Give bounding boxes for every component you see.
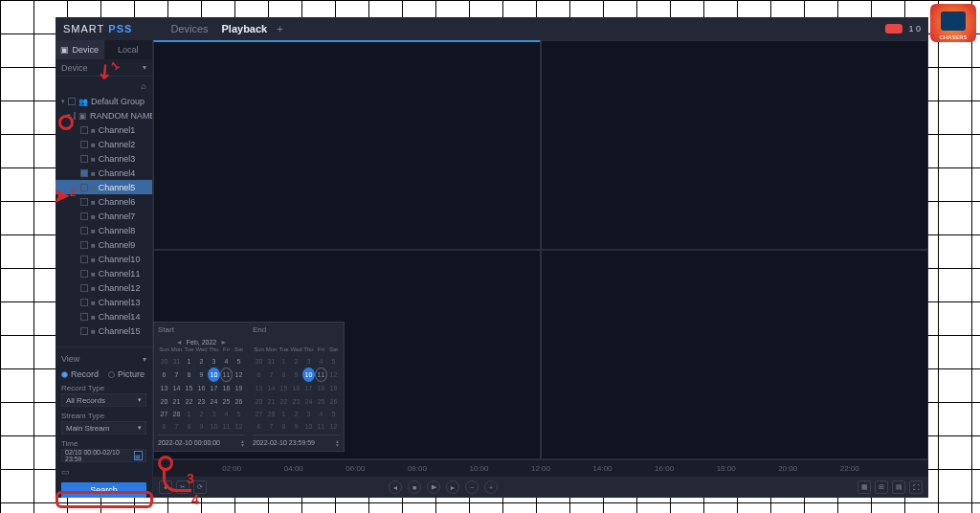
cal-day[interactable]: 28: [170, 408, 183, 420]
tree-channel[interactable]: Channel13: [56, 295, 152, 309]
tree-channel[interactable]: Channel3: [56, 151, 152, 166]
cal-day[interactable]: 20: [158, 394, 170, 407]
cal-day[interactable]: 22: [278, 394, 290, 407]
cal-day[interactable]: 5: [327, 355, 340, 368]
cal-day[interactable]: 26: [327, 394, 340, 407]
cal-day[interactable]: 4: [220, 355, 233, 368]
view-4-icon[interactable]: ⊞: [875, 480, 888, 494]
video-pane-1[interactable]: [153, 40, 541, 250]
cal-day[interactable]: 1: [183, 408, 195, 420]
start-time-input[interactable]: 2022-02-10 00:00:00▲▼: [158, 435, 245, 448]
cal-day[interactable]: 16: [195, 382, 208, 394]
cal-day[interactable]: 4: [220, 408, 233, 420]
cal-day[interactable]: 11: [315, 420, 327, 433]
cal-day[interactable]: 20: [253, 394, 265, 407]
cal-day[interactable]: 12: [233, 420, 245, 433]
slow-button[interactable]: −: [465, 480, 479, 494]
cal-day[interactable]: 25: [220, 394, 233, 407]
cal-day[interactable]: 24: [208, 394, 220, 407]
cal-day[interactable]: 7: [265, 368, 278, 382]
cal-day[interactable]: 3: [302, 408, 315, 420]
cal-day[interactable]: 3: [208, 355, 220, 368]
stream-type-select[interactable]: Main Stream: [61, 421, 146, 435]
cal-day[interactable]: 1: [183, 355, 195, 368]
cal-day[interactable]: 3: [302, 355, 315, 368]
cal-day[interactable]: 24: [302, 394, 315, 407]
cal-day[interactable]: 4: [315, 355, 327, 368]
cal-day[interactable]: 8: [278, 368, 290, 382]
cal-next[interactable]: ►: [220, 339, 227, 346]
cal-day[interactable]: 25: [315, 394, 327, 407]
tree-device[interactable]: ▾RANDOM NAME: [56, 108, 152, 123]
time-range-input[interactable]: 02/10 00:00-02/10 23:59 ▦: [61, 449, 146, 462]
cal-day[interactable]: 7: [170, 420, 183, 433]
cal-prev[interactable]: ◄: [176, 339, 183, 346]
view-1-icon[interactable]: ▦: [858, 480, 871, 494]
device-dropdown[interactable]: Device: [56, 59, 152, 77]
tree-channel[interactable]: Channel1: [56, 123, 152, 137]
view-select[interactable]: View: [61, 351, 146, 367]
search-icon[interactable]: ⌕: [141, 80, 146, 91]
cut-icon[interactable]: ✂: [176, 480, 189, 494]
folder-icon[interactable]: ▭: [61, 467, 70, 477]
tab-devices[interactable]: Devices: [170, 23, 208, 34]
cal-day[interactable]: 2: [195, 408, 208, 420]
cal-day[interactable]: 1: [278, 408, 290, 420]
tree-channel[interactable]: Channel11: [56, 266, 152, 280]
tree-channel[interactable]: Channel2: [56, 137, 152, 151]
cal-day[interactable]: 19: [327, 382, 340, 394]
sync-icon[interactable]: ⟳: [193, 480, 207, 494]
cal-day[interactable]: 26: [233, 394, 245, 407]
tree-channel[interactable]: Channel15: [56, 323, 152, 338]
cal-day[interactable]: 8: [183, 368, 195, 382]
cal-day[interactable]: 7: [265, 420, 278, 433]
tree-channel[interactable]: Channel4: [56, 166, 152, 180]
cal-day[interactable]: 15: [278, 382, 290, 394]
cal-day[interactable]: 9: [195, 420, 208, 433]
side-tab-local[interactable]: Local: [104, 40, 153, 59]
cal-day[interactable]: 10: [302, 368, 315, 382]
prev-frame-button[interactable]: ◄: [389, 480, 402, 494]
tree-channel[interactable]: Channel5: [56, 180, 152, 194]
cal-day[interactable]: 14: [170, 382, 183, 394]
cal-day[interactable]: 21: [170, 394, 183, 407]
cal-day[interactable]: 12: [233, 368, 245, 382]
tree-group[interactable]: ▾Default Group: [56, 94, 152, 108]
cal-day[interactable]: 18: [315, 382, 327, 394]
cal-day[interactable]: 9: [195, 368, 208, 382]
record-type-select[interactable]: All Records: [61, 393, 146, 407]
tree-channel[interactable]: Channel7: [56, 209, 152, 223]
cal-day[interactable]: 30: [253, 355, 265, 368]
add-tab-button[interactable]: +: [277, 23, 282, 34]
next-frame-button[interactable]: ►: [446, 480, 459, 494]
calendar-icon[interactable]: ▦: [134, 451, 143, 460]
tree-channel[interactable]: Channel14: [56, 309, 152, 323]
cal-day[interactable]: 6: [158, 368, 170, 382]
cal-day[interactable]: 10: [302, 420, 315, 433]
tree-channel[interactable]: Channel8: [56, 223, 152, 237]
cal-day[interactable]: 5: [327, 408, 340, 420]
cal-day[interactable]: 10: [208, 420, 220, 433]
cal-day[interactable]: 17: [208, 382, 220, 394]
stop-button[interactable]: ■: [408, 480, 421, 494]
cal-day[interactable]: 16: [290, 382, 302, 394]
cal-day[interactable]: 13: [158, 382, 170, 394]
play-button[interactable]: ▶: [427, 480, 440, 494]
video-pane-2[interactable]: [541, 40, 928, 250]
cal-day[interactable]: 14: [265, 382, 278, 394]
tree-channel[interactable]: Channel9: [56, 237, 152, 252]
cal-day[interactable]: 12: [327, 368, 340, 382]
cal-day[interactable]: 12: [327, 420, 340, 433]
fast-button[interactable]: +: [484, 480, 498, 494]
video-pane-4[interactable]: [541, 250, 928, 459]
cal-day[interactable]: 22: [183, 394, 195, 407]
cal-day[interactable]: 23: [290, 394, 302, 407]
side-tab-device[interactable]: ▣ Device: [56, 40, 104, 59]
tree-channel[interactable]: Channel12: [56, 280, 152, 295]
view-9-icon[interactable]: ▤: [892, 480, 905, 494]
export-icon[interactable]: ⬇: [159, 480, 172, 494]
tree-channel[interactable]: Channel6: [56, 194, 152, 209]
timeline[interactable]: 02:0004:0006:0008:0010:0012:0014:0016:00…: [153, 459, 928, 477]
cal-day[interactable]: 4: [315, 408, 327, 420]
fullscreen-icon[interactable]: ⛶: [909, 480, 923, 494]
